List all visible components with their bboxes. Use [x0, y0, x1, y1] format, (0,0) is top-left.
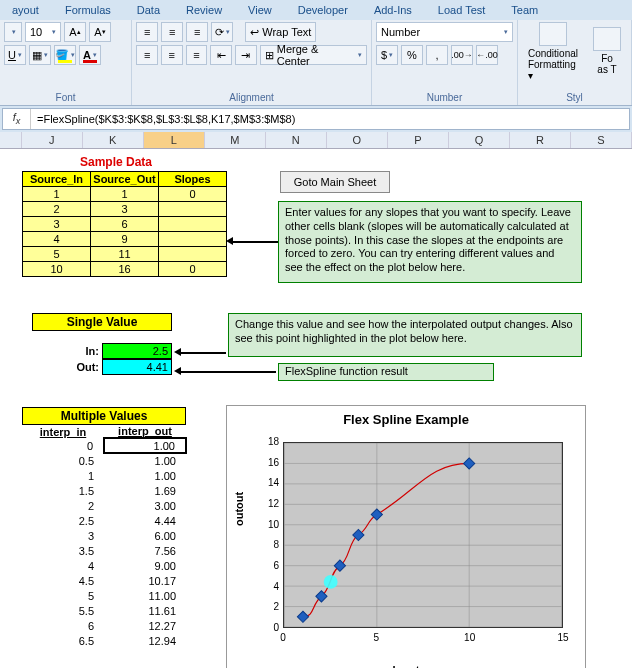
wrap-text-btn[interactable]: ↩Wrap Text — [245, 22, 316, 42]
number-format-dd[interactable]: Number▾ — [376, 22, 513, 42]
inc-decimal-btn[interactable]: .00→ — [451, 45, 473, 65]
table-cell[interactable]: 0 — [22, 438, 104, 453]
tab-review[interactable]: Review — [182, 2, 226, 18]
table-cell[interactable]: 5.5 — [22, 603, 104, 618]
orientation-btn[interactable]: ⟳ — [211, 22, 233, 42]
table-cell[interactable]: 4 — [23, 232, 91, 247]
col-n[interactable]: N — [266, 132, 327, 148]
align-middle-btn[interactable]: ≡ — [161, 22, 183, 42]
table-cell[interactable] — [159, 202, 227, 217]
font-family-dd[interactable] — [4, 22, 22, 42]
table-cell[interactable]: 1.5 — [22, 483, 104, 498]
table-cell[interactable]: 2 — [23, 202, 91, 217]
font-color-btn[interactable]: A — [79, 45, 101, 65]
table-cell[interactable]: 1.69 — [104, 483, 186, 498]
table-cell[interactable]: 9 — [91, 232, 159, 247]
col-p[interactable]: P — [388, 132, 449, 148]
table-cell[interactable]: 5 — [23, 247, 91, 262]
table-cell[interactable]: 6.00 — [104, 528, 186, 543]
worksheet[interactable]: Sample Data Source_In Source_Out Slopes … — [0, 149, 632, 668]
col-o[interactable]: O — [327, 132, 388, 148]
table-cell[interactable]: 1.00 — [104, 468, 186, 483]
fx-icon[interactable]: fx — [3, 109, 31, 128]
col-k[interactable]: K — [83, 132, 144, 148]
shrink-font-btn[interactable]: A▾ — [89, 22, 111, 42]
hdr-source-out: Source_Out — [91, 172, 159, 187]
hdr-source-in: Source_In — [23, 172, 91, 187]
table-cell[interactable]: 7.56 — [104, 543, 186, 558]
col-j[interactable]: J — [22, 132, 83, 148]
underline-btn[interactable]: U — [4, 45, 26, 65]
tab-data[interactable]: Data — [133, 2, 164, 18]
align-top-btn[interactable]: ≡ — [136, 22, 158, 42]
dec-decimal-btn[interactable]: ←.00 — [476, 45, 498, 65]
table-cell[interactable]: 6 — [22, 618, 104, 633]
inc-indent-btn[interactable]: ⇥ — [235, 45, 257, 65]
table-cell[interactable]: 1 — [91, 187, 159, 202]
dec-indent-btn[interactable]: ⇤ — [210, 45, 232, 65]
tab-loadtest[interactable]: Load Test — [434, 2, 490, 18]
table-cell[interactable]: 1 — [23, 187, 91, 202]
col-q[interactable]: Q — [449, 132, 510, 148]
borders-btn[interactable]: ▦ — [29, 45, 51, 65]
table-cell[interactable]: 12.94 — [104, 633, 186, 648]
comma-btn[interactable]: , — [426, 45, 448, 65]
table-cell[interactable]: 3 — [91, 202, 159, 217]
in-value-cell[interactable]: 2.5 — [102, 343, 172, 359]
table-cell[interactable]: 11.61 — [104, 603, 186, 618]
accounting-btn[interactable]: $ — [376, 45, 398, 65]
table-cell[interactable]: 10.17 — [104, 573, 186, 588]
grow-font-btn[interactable]: A▴ — [64, 22, 86, 42]
align-left-btn[interactable]: ≡ — [136, 45, 158, 65]
align-right-btn[interactable]: ≡ — [186, 45, 208, 65]
tab-formulas[interactable]: Formulas — [61, 2, 115, 18]
table-cell[interactable]: 11 — [91, 247, 159, 262]
tab-layout[interactable]: ayout — [8, 2, 43, 18]
table-cell[interactable]: 3.00 — [104, 498, 186, 513]
format-as-table-btn[interactable]: Foas T — [587, 25, 627, 77]
table-cell[interactable]: 10 — [23, 262, 91, 277]
conditional-formatting-btn[interactable]: ConditionalFormatting ▾ — [522, 20, 584, 83]
tab-team[interactable]: Team — [507, 2, 542, 18]
table-cell[interactable]: 3.5 — [22, 543, 104, 558]
table-cell[interactable]: 5 — [22, 588, 104, 603]
tab-developer[interactable]: Developer — [294, 2, 352, 18]
table-cell[interactable]: 6 — [91, 217, 159, 232]
tab-addins[interactable]: Add-Ins — [370, 2, 416, 18]
percent-btn[interactable]: % — [401, 45, 423, 65]
table-cell[interactable]: 1.00 — [104, 438, 186, 453]
table-cell[interactable]: 11.00 — [104, 588, 186, 603]
table-cell[interactable]: 1.00 — [104, 453, 186, 468]
table-cell[interactable]: 4 — [22, 558, 104, 573]
col-m[interactable]: M — [205, 132, 266, 148]
table-cell[interactable]: 4.44 — [104, 513, 186, 528]
col-l[interactable]: L — [144, 132, 205, 148]
formula-input[interactable]: =FlexSpline($K$3:$K$8,$L$3:$L$8,K17,$M$3… — [31, 111, 629, 127]
table-cell[interactable]: 3 — [23, 217, 91, 232]
table-cell[interactable]: 1 — [22, 468, 104, 483]
merge-center-btn[interactable]: ⊞Merge & Center — [260, 45, 367, 65]
table-cell[interactable]: 0.5 — [22, 453, 104, 468]
table-cell[interactable]: 16 — [91, 262, 159, 277]
table-cell[interactable]: 0 — [159, 262, 227, 277]
font-size[interactable]: 10▾ — [25, 22, 61, 42]
table-cell[interactable]: 6.5 — [22, 633, 104, 648]
table-cell[interactable]: 12.27 — [104, 618, 186, 633]
table-cell[interactable] — [159, 217, 227, 232]
in-value-note: Change this value and see how the interp… — [228, 313, 582, 357]
table-cell[interactable] — [159, 247, 227, 262]
col-r[interactable]: R — [510, 132, 571, 148]
table-cell[interactable]: 2 — [22, 498, 104, 513]
tab-view[interactable]: View — [244, 2, 276, 18]
col-s[interactable]: S — [571, 132, 632, 148]
table-cell[interactable] — [159, 232, 227, 247]
goto-main-sheet-button[interactable]: Goto Main Sheet — [280, 171, 390, 193]
align-bottom-btn[interactable]: ≡ — [186, 22, 208, 42]
table-cell[interactable]: 9.00 — [104, 558, 186, 573]
fill-color-btn[interactable]: 🪣 — [54, 45, 76, 65]
table-cell[interactable]: 4.5 — [22, 573, 104, 588]
table-cell[interactable]: 2.5 — [22, 513, 104, 528]
table-cell[interactable]: 0 — [159, 187, 227, 202]
table-cell[interactable]: 3 — [22, 528, 104, 543]
align-center-btn[interactable]: ≡ — [161, 45, 183, 65]
